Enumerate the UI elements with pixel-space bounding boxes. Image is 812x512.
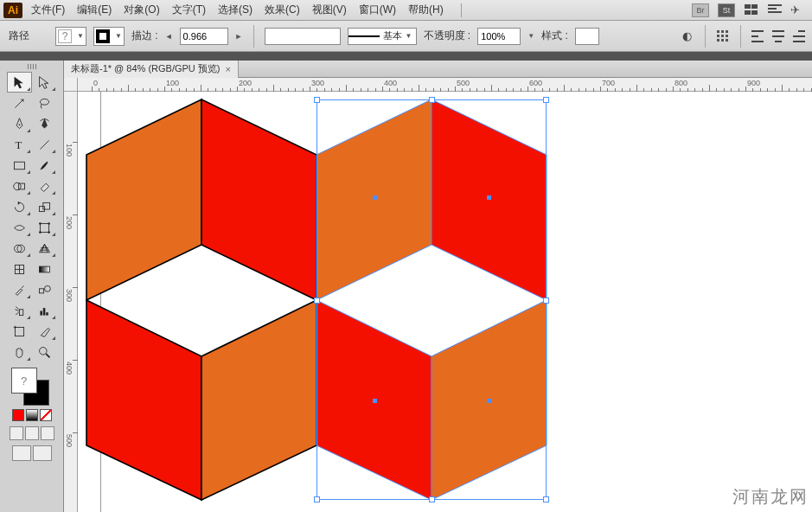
fill-stroke-control[interactable]: ? bbox=[8, 368, 56, 407]
artboard-tool[interactable] bbox=[7, 321, 32, 342]
magic-wand-tool[interactable] bbox=[7, 93, 32, 113]
workspace-switcher-icon[interactable] bbox=[768, 4, 782, 16]
menu-window[interactable]: 窗口(W) bbox=[359, 3, 396, 17]
curvature-tool[interactable] bbox=[32, 113, 57, 134]
stroke-profile-dropdown[interactable]: 基本 ▼ bbox=[348, 28, 417, 45]
arrange-docs-icon[interactable] bbox=[744, 4, 759, 16]
recolor-artwork-icon[interactable]: ◐ bbox=[679, 29, 694, 44]
svg-rect-25 bbox=[42, 308, 45, 316]
width-tool[interactable] bbox=[7, 217, 32, 238]
svg-text:T: T bbox=[15, 138, 22, 150]
panel-grip[interactable] bbox=[17, 64, 47, 69]
resize-handle-w[interactable] bbox=[314, 298, 320, 304]
ruler-origin[interactable] bbox=[64, 78, 78, 92]
shape-left-top-left[interactable] bbox=[86, 99, 201, 300]
close-icon[interactable]: × bbox=[226, 64, 231, 74]
menu-effect[interactable]: 效果(C) bbox=[265, 3, 300, 17]
resize-handle-s[interactable] bbox=[429, 496, 435, 502]
perspective-grid-tool[interactable] bbox=[32, 238, 57, 259]
hand-tool[interactable] bbox=[7, 342, 32, 362]
stock-icon[interactable]: St bbox=[718, 3, 735, 17]
selection-bounding-box[interactable] bbox=[316, 99, 547, 500]
column-graph-tool[interactable] bbox=[32, 300, 57, 321]
fill-swatch[interactable]: ? ▼ bbox=[55, 27, 86, 46]
resize-handle-nw[interactable] bbox=[314, 97, 320, 103]
mesh-tool[interactable] bbox=[7, 259, 32, 279]
screen-mode-toggle[interactable] bbox=[33, 445, 52, 461]
align-left-icon[interactable] bbox=[751, 30, 765, 42]
shaper-tool[interactable] bbox=[7, 176, 32, 196]
fill-color-swatch[interactable]: ? bbox=[11, 368, 37, 394]
resize-handle-se[interactable] bbox=[543, 496, 549, 502]
bridge-icon[interactable]: Br bbox=[692, 3, 709, 17]
ruler-vertical[interactable]: 100200300400500 bbox=[64, 92, 78, 512]
screen-mode-button[interactable] bbox=[12, 445, 31, 461]
center-anchor bbox=[373, 195, 377, 200]
selection-tool[interactable] bbox=[7, 72, 32, 93]
graphic-style-swatch[interactable] bbox=[575, 28, 599, 45]
color-mode-gradient[interactable] bbox=[26, 409, 38, 421]
document-area: 未标题-1* @ 84% (RGB/GPU 预览) × 010020030040… bbox=[64, 61, 812, 512]
rectangle-tool[interactable] bbox=[7, 155, 32, 176]
dock-strip bbox=[0, 52, 812, 61]
scale-tool[interactable] bbox=[32, 196, 57, 217]
align-center-icon[interactable] bbox=[772, 30, 786, 42]
opacity-input[interactable] bbox=[477, 28, 521, 45]
options-bar: 路径 ? ▼ ▼ 描边 : ◄ ► 基本 ▼ 不透明度 : ▼ 样式 : ◐ bbox=[0, 21, 812, 52]
line-tool[interactable] bbox=[32, 134, 57, 155]
stroke-weight-input[interactable] bbox=[180, 28, 228, 45]
rotate-tool[interactable] bbox=[7, 196, 32, 217]
menu-file[interactable]: 文件(F) bbox=[31, 3, 65, 17]
svg-rect-26 bbox=[46, 312, 48, 315]
eyedropper-tool[interactable] bbox=[7, 279, 32, 300]
draw-inside[interactable] bbox=[41, 426, 54, 440]
type-tool[interactable]: T bbox=[7, 134, 32, 155]
document-tab[interactable]: 未标题-1* @ 84% (RGB/GPU 预览) × bbox=[64, 61, 239, 78]
stroke-label: 描边 : bbox=[131, 29, 158, 43]
sync-icon[interactable]: ✈ bbox=[790, 3, 800, 16]
stroke-increment[interactable]: ► bbox=[235, 32, 243, 41]
stroke-decrement[interactable]: ◄ bbox=[165, 32, 173, 41]
gradient-tool[interactable] bbox=[32, 259, 57, 279]
document-tab-title: 未标题-1* @ 84% (RGB/GPU 预览) bbox=[71, 62, 221, 75]
resize-handle-sw[interactable] bbox=[314, 496, 320, 502]
stroke-swatch[interactable]: ▼ bbox=[93, 27, 125, 46]
canvas[interactable]: 河南龙网 bbox=[78, 92, 812, 512]
menu-select[interactable]: 选择(S) bbox=[218, 3, 253, 17]
shape-left-bot-right[interactable] bbox=[201, 300, 316, 500]
resize-handle-n[interactable] bbox=[429, 97, 435, 103]
paintbrush-tool[interactable] bbox=[32, 155, 57, 176]
align-right-icon[interactable] bbox=[793, 30, 807, 42]
svg-point-12 bbox=[48, 222, 50, 225]
resize-handle-e[interactable] bbox=[543, 298, 549, 304]
brush-definition-dropdown[interactable] bbox=[265, 28, 341, 45]
eraser-tool[interactable] bbox=[32, 176, 57, 196]
direct-selection-tool[interactable] bbox=[32, 72, 57, 93]
pen-tool[interactable] bbox=[7, 113, 32, 134]
zoom-tool[interactable] bbox=[32, 342, 57, 362]
shape-builder-tool[interactable] bbox=[7, 238, 32, 259]
lasso-tool[interactable] bbox=[32, 93, 57, 113]
shape-left-bot-left[interactable] bbox=[86, 300, 201, 500]
draw-behind[interactable] bbox=[25, 426, 39, 440]
color-mode-none[interactable] bbox=[40, 409, 52, 421]
shape-left-top-right[interactable] bbox=[201, 99, 316, 300]
align-panel-icon[interactable] bbox=[716, 29, 730, 43]
menu-edit[interactable]: 编辑(E) bbox=[77, 3, 112, 17]
slice-tool[interactable] bbox=[32, 321, 57, 342]
free-transform-tool[interactable] bbox=[32, 217, 57, 238]
color-mode-solid[interactable] bbox=[12, 409, 24, 421]
symbol-sprayer-tool[interactable] bbox=[7, 300, 32, 321]
svg-rect-20 bbox=[39, 266, 49, 272]
resize-handle-ne[interactable] bbox=[543, 97, 549, 103]
chevron-down-icon[interactable]: ▼ bbox=[527, 32, 534, 40]
blend-tool[interactable] bbox=[32, 279, 57, 300]
ruler-horizontal[interactable]: 0100200300400500600700800900 bbox=[78, 78, 812, 92]
menu-type[interactable]: 文字(T) bbox=[172, 3, 206, 17]
menu-help[interactable]: 帮助(H) bbox=[408, 3, 444, 17]
draw-normal[interactable] bbox=[10, 426, 23, 440]
menu-view[interactable]: 视图(V) bbox=[312, 3, 347, 17]
chevron-down-icon: ▼ bbox=[77, 32, 84, 40]
svg-point-13 bbox=[39, 231, 42, 234]
menu-object[interactable]: 对象(O) bbox=[124, 3, 159, 17]
